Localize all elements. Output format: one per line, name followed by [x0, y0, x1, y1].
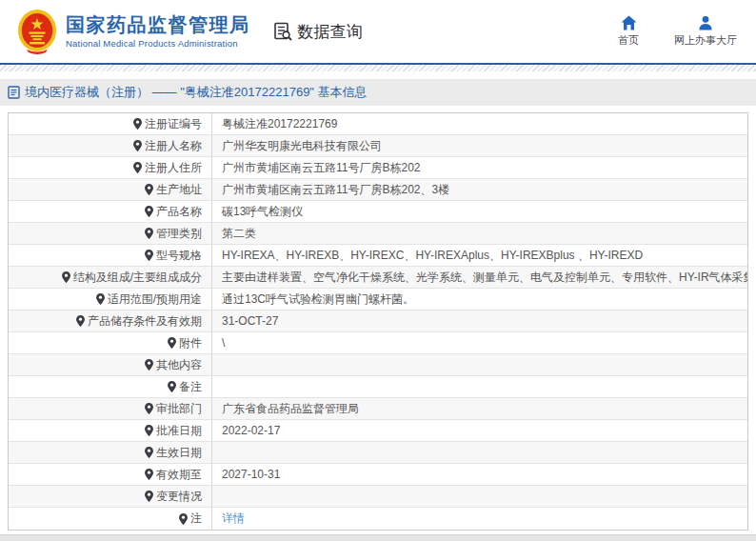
row-value-cell: 31-OCT-27	[212, 311, 747, 331]
row-label: 备注	[179, 379, 202, 395]
table-row: 生效日期	[9, 442, 747, 464]
data-query-section[interactable]: 数据查询	[273, 21, 363, 43]
table-row: 生产地址 广州市黄埔区南云五路11号厂房B栋202、3楼	[9, 179, 747, 201]
row-label-cell: 产品储存条件及有效期	[9, 311, 212, 331]
pin-icon	[62, 271, 70, 283]
row-value-cell: HY-IREXA、HY-IREXB、HY-IREXC、HY-IREXAplus、…	[212, 245, 747, 266]
document-search-icon	[273, 22, 293, 42]
row-label: 型号规格	[156, 248, 202, 264]
row-label-cell: 生产地址	[9, 179, 212, 200]
pin-icon	[96, 293, 105, 305]
row-label-cell: 型号规格	[9, 245, 212, 266]
nav-hall-label: 网上办事大厅	[674, 33, 737, 48]
nav-home-label: 首页	[618, 33, 639, 48]
row-label: 变更情况	[156, 489, 202, 505]
row-label-cell: 附件	[9, 332, 212, 353]
row-label: 审批部门	[156, 401, 202, 417]
row-value: 碳13呼气检测仪	[222, 204, 303, 220]
row-value-cell	[212, 376, 747, 397]
row-label: 生产地址	[156, 182, 202, 198]
pin-icon	[179, 513, 188, 525]
page-title-bar: 境内医疗器械（注册） —— "粤械注准20172221769" 基本信息	[0, 79, 756, 106]
row-value: 广州市黄埔区南云五路11号厂房B栋202	[222, 160, 420, 176]
row-label-cell: 生效日期	[9, 442, 212, 463]
pin-icon	[133, 140, 142, 151]
row-value: HY-IREXA、HY-IREXB、HY-IREXC、HY-IREXAplus、…	[222, 248, 643, 264]
row-value-cell	[212, 442, 747, 463]
table-row: 注册人住所 广州市黄埔区南云五路11号厂房B栋202	[9, 157, 747, 179]
row-label-cell: 产品名称	[9, 201, 212, 222]
table-row: 变更情况	[9, 486, 747, 508]
row-label: 结构及组成/主要组成成分	[73, 270, 202, 286]
row-label-cell: 其他内容	[9, 354, 212, 375]
page-footer-bar	[0, 534, 756, 541]
row-value-cell	[212, 354, 747, 375]
detail-link[interactable]: 详情	[222, 511, 245, 527]
nav-online-hall[interactable]: 网上办事大厅	[674, 15, 737, 48]
row-value: 31-OCT-27	[222, 314, 278, 328]
row-label-cell: 审批部门	[9, 398, 212, 419]
table-row: 注 详情	[9, 508, 747, 530]
row-label: 注册证编号	[145, 116, 202, 132]
pin-icon	[145, 491, 153, 502]
table-row: 批准日期 2022-02-17	[9, 420, 747, 442]
row-value: 第二类	[222, 226, 256, 242]
table-row: 备注	[9, 376, 747, 398]
row-label: 产品储存条件及有效期	[88, 313, 202, 330]
info-table: 注册证编号 粤械注准20172221769 注册人名称 广州华友明康光电科技有限…	[8, 112, 748, 531]
row-value-cell: 主要由进样装置、空气净化干燥系统、光学系统、测量单元、电气及控制单元、专用软件、…	[212, 267, 747, 288]
row-value: \	[222, 336, 225, 350]
table-row: 审批部门 广东省食品药品监督管理局	[9, 398, 747, 420]
row-value: 广东省食品药品监督管理局	[222, 401, 359, 417]
row-label-cell: 适用范围/预期用途	[9, 289, 212, 310]
row-value-cell: 通过13C呼气试验检测胃幽门螺杆菌。	[212, 289, 747, 310]
row-label-cell: 注册人名称	[9, 135, 212, 156]
table-row: 适用范围/预期用途 通过13C呼气试验检测胃幽门螺杆菌。	[9, 289, 747, 311]
row-value-cell: 粤械注准20172221769	[212, 113, 747, 134]
data-query-label: 数据查询	[298, 21, 363, 43]
pin-icon	[145, 250, 153, 261]
pin-icon	[133, 118, 142, 130]
row-value-cell: 广东省食品药品监督管理局	[212, 398, 747, 419]
nav-home[interactable]: 首页	[607, 15, 649, 48]
pin-icon	[168, 337, 176, 349]
table-row: 注册证编号 粤械注准20172221769	[9, 113, 747, 135]
row-value-cell: \	[212, 332, 747, 353]
table-row: 型号规格 HY-IREXA、HY-IREXB、HY-IREXC、HY-IREXA…	[9, 245, 747, 267]
row-value: 广州市黄埔区南云五路11号厂房B栋202、3楼	[222, 182, 449, 198]
row-label-cell: 结构及组成/主要组成成分	[9, 267, 212, 288]
row-label-cell: 备注	[9, 376, 212, 397]
row-label-cell: 有效期至	[9, 464, 212, 485]
row-value-cell: 2022-02-17	[212, 420, 747, 441]
pin-icon	[145, 425, 153, 436]
row-label: 注册人住所	[145, 160, 202, 176]
table-row: 附件 \	[9, 332, 747, 354]
pin-icon	[145, 184, 153, 195]
row-value-cell: 2027-10-31	[212, 464, 747, 485]
hatched-divider	[0, 65, 756, 71]
row-value-cell: 广州华友明康光电科技有限公司	[212, 135, 747, 156]
org-name-en: National Medical Products Administration	[66, 38, 250, 49]
pin-icon	[168, 381, 176, 392]
row-label-cell: 批准日期	[9, 420, 212, 441]
org-title-block: 国家药品监督管理局 National Medical Products Admi…	[66, 14, 250, 49]
pin-icon	[145, 206, 153, 217]
document-icon	[8, 86, 20, 99]
row-value: 2027-10-31	[222, 468, 280, 481]
row-label-cell: 注册人住所	[9, 157, 212, 178]
home-icon	[621, 15, 637, 30]
page-title: 境内医疗器械（注册） —— "粤械注准20172221769" 基本信息	[25, 84, 368, 101]
header-nav: 首页 网上办事大厅	[607, 15, 737, 48]
pin-icon	[133, 162, 142, 173]
row-value-cell: 广州市黄埔区南云五路11号厂房B栋202	[212, 157, 747, 178]
row-label: 附件	[179, 335, 202, 351]
row-label: 管理类别	[156, 226, 202, 242]
row-label-cell: 管理类别	[9, 223, 212, 244]
row-value: 2022-02-17	[222, 424, 280, 437]
pin-icon	[145, 359, 153, 371]
row-value: 通过13C呼气试验检测胃幽门螺杆菌。	[222, 291, 414, 308]
row-value-cell	[212, 486, 747, 507]
national-emblem-logo	[17, 9, 57, 54]
table-row: 注册人名称 广州华友明康光电科技有限公司	[9, 135, 747, 157]
row-label: 注册人名称	[145, 138, 202, 154]
